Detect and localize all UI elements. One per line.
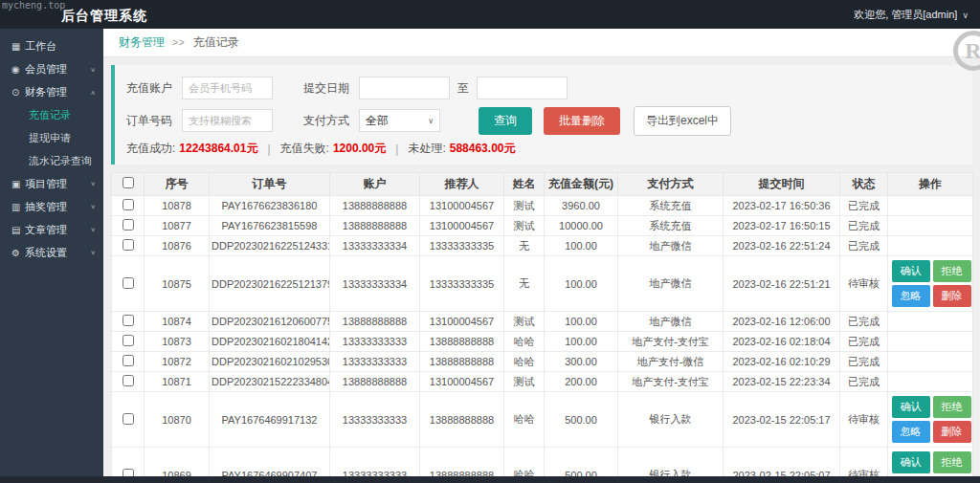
breadcrumb-section[interactable]: 财务管理	[119, 34, 165, 51]
sidebar-item-workbench[interactable]: ▦ 工作台	[0, 34, 103, 57]
submit-date-label: 提交日期	[303, 80, 349, 97]
date-to-input[interactable]	[477, 77, 568, 99]
gear-icon: ⚙	[11, 248, 25, 258]
stat-pending-label: 未处理:	[408, 141, 445, 157]
stat-success-value: 12243864.01元	[179, 141, 257, 157]
sidebar-item-lottery[interactable]: ▥ 抽奖管理 ∨	[0, 195, 103, 218]
chevron-down-icon: ∨	[90, 249, 96, 255]
delete-button[interactable]: 删除	[933, 285, 971, 307]
status-badge: 已完成	[840, 312, 888, 332]
finance-icon: ⊙	[11, 87, 25, 98]
select-all-checkbox[interactable]	[122, 177, 134, 188]
order-no-input[interactable]	[182, 109, 273, 132]
table-row: 10878 PAY1676623836180 13888888888 13100…	[112, 196, 973, 216]
ignore-button[interactable]: 忽略	[892, 421, 930, 443]
workbench-grid-icon: ▦	[11, 41, 25, 52]
sidebar-item-flow-record-query[interactable]: 流水记录查询	[0, 149, 103, 172]
chevron-down-icon: ∨	[90, 203, 96, 209]
status-badge: 已完成	[840, 352, 888, 372]
batch-delete-button[interactable]: 批量删除	[544, 107, 620, 135]
col-referrer: 推荐人	[420, 173, 504, 196]
members-icon: ◉	[11, 64, 25, 75]
breadcrumb: 财务管理 >> 充值记录	[103, 29, 980, 57]
status-badge: 已完成	[840, 196, 888, 216]
row-checkbox[interactable]	[122, 315, 134, 326]
reject-button[interactable]: 拒绝	[933, 260, 971, 282]
pay-method-label: 支付方式	[303, 113, 349, 129]
sidebar-item-finance[interactable]: ⊙ 财务管理 ∧	[0, 80, 103, 103]
col-seq: 序号	[145, 173, 210, 196]
breadcrumb-page: 充值记录	[193, 34, 239, 51]
stat-fail-value: 1200.00元	[333, 141, 386, 157]
records-table-card: 序号 订单号 账户 推荐人 姓名 充值金额(元) 支付方式 提交时间 状态 操作	[111, 172, 972, 483]
row-checkbox[interactable]	[122, 277, 134, 289]
col-status: 状态	[840, 173, 888, 196]
sidebar-item-settings[interactable]: ⚙ 系统设置 ∨	[0, 241, 103, 264]
sidebar-item-projects[interactable]: ▣ 项目管理 ∨	[0, 172, 103, 195]
sidebar-item-articles[interactable]: ▤ 文章管理 ∨	[0, 218, 103, 241]
table-row: 10876 DDP20230216225124331 13333333334 1…	[112, 236, 973, 256]
pay-method-selected-value: 全部	[366, 113, 389, 129]
status-badge: 待审核	[840, 392, 888, 448]
reject-button[interactable]: 拒绝	[933, 451, 971, 473]
row-checkbox[interactable]	[122, 239, 134, 251]
sidebar-item-label: 抽奖管理	[25, 200, 67, 214]
date-to-label: 至	[457, 80, 469, 97]
reject-button[interactable]: 拒绝	[933, 396, 971, 418]
confirm-button[interactable]: 确认	[892, 451, 930, 473]
row-checkbox[interactable]	[122, 355, 134, 366]
sidebar-item-withdraw-requests[interactable]: 提现申请	[0, 126, 103, 149]
footer-strip	[0, 476, 980, 483]
articles-icon: ▤	[11, 225, 25, 235]
status-badge: 已完成	[840, 372, 888, 392]
stat-success-label: 充值成功:	[126, 141, 175, 157]
col-method: 支付方式	[618, 173, 724, 196]
sidebar-item-recharge-records[interactable]: 充值记录	[0, 103, 103, 126]
col-time: 提交时间	[724, 173, 840, 196]
recharge-account-label: 充值账户	[126, 80, 172, 97]
row-checkbox[interactable]	[122, 413, 134, 425]
user-menu[interactable]: 欢迎您, 管理员[admin] ∨	[854, 8, 969, 22]
ignore-button[interactable]: 忽略	[892, 285, 930, 307]
chevron-down-icon: ∨	[428, 117, 434, 125]
stat-pending-value: 588463.00元	[450, 141, 516, 157]
col-account: 账户	[330, 173, 420, 196]
app-title: 后台管理系统	[61, 8, 147, 25]
welcome-text: 欢迎您, 管理员[admin]	[854, 9, 957, 20]
sidebar-item-label: 流水记录查询	[29, 154, 92, 168]
status-badge: 待审核	[840, 256, 888, 312]
confirm-button[interactable]: 确认	[892, 396, 930, 418]
stat-fail-label: 充值失败:	[280, 141, 329, 157]
sidebar-item-label: 工作台	[25, 39, 56, 54]
export-excel-button[interactable]: 导出到excel中	[634, 106, 731, 136]
table-row: 10877 PAY1676623815598 13888888888 13100…	[112, 216, 973, 236]
col-action: 操作	[888, 173, 973, 196]
filter-panel: 充值账户 提交日期 至 订单号码 支付方式 全部 ∨	[111, 65, 972, 165]
row-checkbox[interactable]	[122, 335, 134, 346]
row-checkbox[interactable]	[122, 375, 134, 386]
projects-icon: ▣	[11, 179, 25, 189]
chevron-down-icon: ∨	[90, 180, 96, 187]
status-badge: 已完成	[840, 236, 888, 256]
breadcrumb-separator: >>	[172, 37, 186, 48]
search-button[interactable]: 查询	[479, 107, 532, 135]
table-row: 10870 PAY1676469917132 13333333333 13888…	[112, 392, 973, 448]
recharge-account-input[interactable]	[182, 77, 273, 99]
sidebar-item-label: 提现申请	[29, 131, 71, 145]
sidebar-item-label: 文章管理	[25, 223, 67, 237]
col-name: 姓名	[504, 173, 545, 196]
pay-method-select[interactable]: 全部 ∨	[359, 109, 440, 132]
table-row: 10873 DDP20230216021804142 13333333333 1…	[112, 332, 973, 352]
date-from-input[interactable]	[359, 77, 450, 99]
sidebar: ▦ 工作台 ◉ 会员管理 ∨ ⊙ 财务管理 ∧ 充值记录 提现申请 流水记录查询…	[0, 29, 103, 483]
main-area: R 财务管理 >> 充值记录 充值账户 提交日期 至 订单号码	[103, 29, 980, 483]
confirm-button[interactable]: 确认	[892, 260, 930, 282]
sidebar-item-members[interactable]: ◉ 会员管理 ∨	[0, 57, 103, 80]
row-checkbox[interactable]	[122, 199, 134, 210]
sidebar-item-label: 财务管理	[25, 85, 67, 99]
chevron-up-icon: ∧	[90, 88, 96, 95]
row-checkbox[interactable]	[122, 219, 134, 231]
delete-button[interactable]: 删除	[933, 421, 971, 443]
chevron-down-icon: ∨	[90, 65, 96, 72]
table-row: 10875 DDP20230216225121379 13333333334 1…	[112, 256, 973, 312]
